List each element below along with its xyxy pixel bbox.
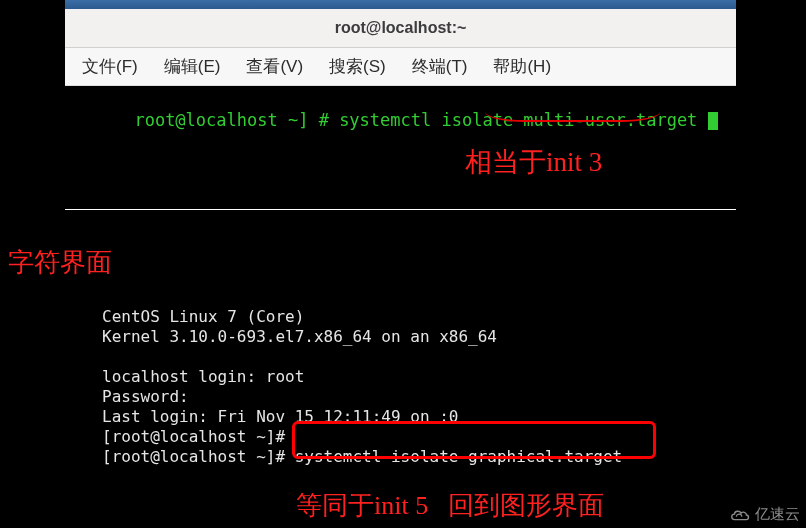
console-line: Password: <box>102 387 189 406</box>
terminal-window: root@localhost:~ 文件(F) 编辑(E) 查看(V) 搜索(S)… <box>65 0 736 210</box>
watermark: 亿速云 <box>729 505 800 524</box>
annotation-char-ui: 字符界面 <box>8 245 112 280</box>
console-line: Kernel 3.10.0-693.el7.x86_64 on an x86_6… <box>102 327 497 346</box>
cloud-icon <box>729 508 751 522</box>
cursor-icon <box>708 112 718 130</box>
menu-file[interactable]: 文件(F) <box>69 55 151 78</box>
annotation-init5: 等同于init 5 回到图形界面 <box>296 488 604 523</box>
console-line: localhost login: root <box>102 367 304 386</box>
menu-terminal[interactable]: 终端(T) <box>399 55 481 78</box>
menu-edit[interactable]: 编辑(E) <box>151 55 234 78</box>
console-line: CentOS Linux 7 (Core) <box>102 307 304 326</box>
watermark-text: 亿速云 <box>755 505 800 524</box>
console-line: [root@localhost ~]# <box>102 427 285 446</box>
console-screenshot: 字符界面 CentOS Linux 7 (Core) Kernel 3.10.0… <box>0 225 806 528</box>
window-title-bar[interactable]: root@localhost:~ <box>65 9 736 48</box>
terminal-content-1[interactable]: root@localhost ~] # systemctl isolate mu… <box>65 86 736 209</box>
menu-view[interactable]: 查看(V) <box>233 55 316 78</box>
menu-help[interactable]: 帮助(H) <box>480 55 564 78</box>
menu-search[interactable]: 搜索(S) <box>316 55 399 78</box>
annotation-init3: 相当于init 3 <box>465 144 602 180</box>
shell-prompt: root@localhost ~] # <box>134 110 339 130</box>
window-title: root@localhost:~ <box>335 19 467 37</box>
annotation-highlight-box <box>292 421 656 459</box>
menu-bar: 文件(F) 编辑(E) 查看(V) 搜索(S) 终端(T) 帮助(H) <box>65 48 736 86</box>
annotation-underline <box>485 110 660 122</box>
window-decoration-top <box>65 0 736 9</box>
